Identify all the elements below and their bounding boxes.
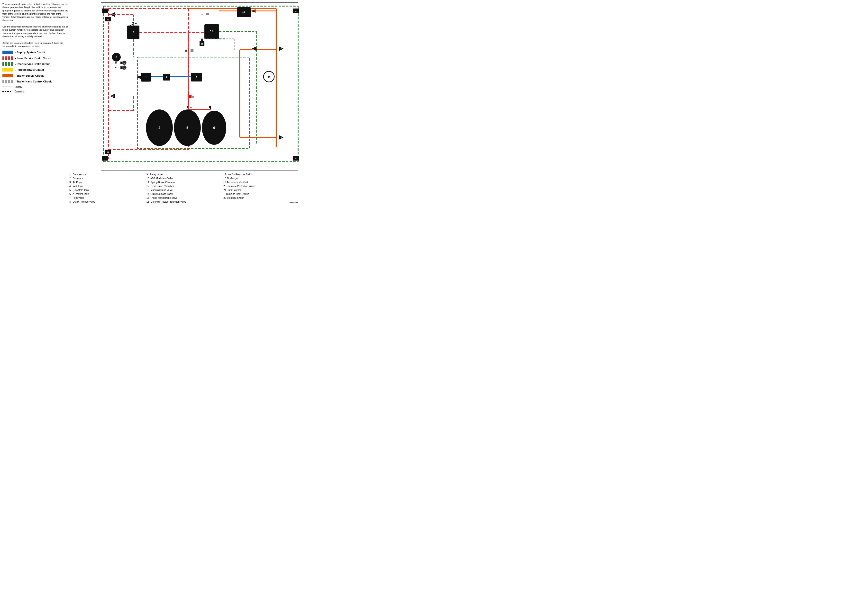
legend-color-trailer-hand [3,80,13,83]
legend-label-trailer-hand: - Trailer Hand Control Circuit [15,80,52,83]
operation-line-label: Operation [15,90,25,93]
svg-rect-79 [189,95,192,98]
svg-text:18: 18 [124,62,125,64]
part-5: 5 B System Tank [69,188,144,192]
part-14: 14 Quick Release Valve [146,192,221,196]
svg-text:11: 11 [295,158,297,159]
svg-text:15: 15 [201,43,203,45]
svg-text:19: 19 [192,96,195,98]
svg-rect-84 [190,49,193,52]
legend-color-front-brake [3,56,13,60]
svg-text:22: 22 [201,13,203,16]
svg-point-66 [201,39,203,41]
left-panel: This schematic describes the air brake s… [3,3,68,94]
part-3: 3 Air Dryer [69,181,144,184]
solid-line-icon [3,87,12,87]
legend-item-parking: - Parking Brake Circuit [3,68,68,72]
part-19: 19 Accessory Manifold [223,181,298,184]
part-7: 7 Foot Valve [69,196,144,200]
parts-col-1: 1 Compressor 2 Governor 3 Air Dryer 4 We… [69,173,146,204]
part-13: 13 Manifold Dash Valve [146,188,221,192]
svg-text:12: 12 [107,151,109,153]
part-8: 8 Quick Release Valve [69,200,144,204]
legend-color-rear-brake [3,62,13,66]
svg-text:+: + [214,143,216,147]
parts-col-3: 17 Low Air Pressure Switch 18 Air Gauge … [223,173,301,204]
svg-text:+: + [187,144,189,148]
svg-text:3: 3 [196,76,197,79]
svg-text:5: 5 [186,126,188,130]
svg-text:21: 21 [185,50,187,52]
desc-para1: This schematic describes the air brake s… [3,3,68,22]
svg-rect-83 [209,106,211,108]
part-18: 18 Air Gauge [223,177,298,181]
dashed-line-icon [3,91,12,92]
svg-text:10: 10 [280,48,282,50]
svg-text:14: 14 [252,48,254,50]
legend-color-parking [3,68,13,72]
svg-text:2: 2 [166,76,167,78]
legend-color-trailer-supply [3,74,13,77]
svg-text:10: 10 [280,137,282,138]
legend-item-supply: - Supply System Circuit [3,51,68,54]
supply-line-legend: Supply [3,85,68,88]
part-10: 10 ABS Modulator Valve [146,177,221,181]
svg-text:17: 17 [115,62,117,64]
legend-label-parking: - Parking Brake Circuit [15,68,44,71]
schematic-diagram: 1 2 3 4 5 6 + + 7 [69,1,301,171]
svg-text:18: 18 [124,68,125,69]
legend-item-trailer-supply: - Trailer Supply Circuit [3,74,68,77]
desc-para3: Colors are to current standard ( see lis… [3,41,68,48]
schematic-svg: 1 2 3 4 5 6 + + 7 [69,1,301,171]
svg-text:17: 17 [115,67,117,69]
svg-text:9: 9 [268,75,270,78]
page: This schematic describes the air brake s… [0,0,307,211]
legend: - Supply System Circuit - Front Service … [3,51,68,93]
part-20: 20 Pressure Protection Valve [223,184,298,188]
part-1: 1 Compressor [69,173,144,177]
legend-color-supply [3,51,13,54]
part-15: 15 Trailer Hand Brake Valve [146,196,221,200]
svg-text:12: 12 [107,19,109,21]
part-21: 21 Park/Daytime [223,188,298,192]
part-11: 11 Spring Brake Chamber [146,181,221,184]
part-22: 22 Stoplight Switch [223,196,298,200]
part-16: 16 Manifold Tractor Protection Valve [146,200,221,204]
svg-text:4: 4 [158,126,160,130]
svg-text:20: 20 [190,107,192,109]
legend-item-trailer-hand: - Trailer Hand Control Circuit [3,80,68,83]
svg-text:11: 11 [104,158,106,159]
part-21b: Running Light Switch [223,192,298,196]
svg-text:16: 16 [242,10,245,13]
part-17: 17 Low Air Pressure Switch [223,173,298,177]
part-4: 4 Wet Tank [69,184,144,188]
part-9: 9 Relay Valve [146,173,221,177]
legend-label-trailer-supply: - Trailer Supply Circuit [15,74,44,77]
description-text: This schematic describes the air brake s… [3,3,68,48]
version-tag: V560228 [223,201,298,204]
part-2: 2 Governor [69,177,144,181]
legend-label-front-brake: - Front Service Brake Circuit [15,57,51,60]
svg-marker-20 [136,75,141,79]
svg-text:10: 10 [112,95,114,97]
svg-text:11: 11 [295,10,297,12]
svg-rect-86 [206,13,209,15]
supply-line-label: Supply [15,85,22,88]
parts-col-2: 9 Relay Valve 10 ABS Modulator Valve 11 … [146,173,224,204]
part-6: 6 A System Tank [69,192,144,196]
svg-text:11: 11 [104,10,106,12]
svg-text:13: 13 [210,29,213,33]
svg-text:1: 1 [145,76,147,79]
parts-list: 1 Compressor 2 Governor 3 Air Dryer 4 We… [69,173,301,204]
legend-item-rear-brake: - Rear Service Brake Circuit [3,62,68,66]
legend-label-supply: - Supply System Circuit [15,51,45,54]
operation-line-legend: Operation [3,90,68,93]
svg-text:8: 8 [115,56,117,59]
legend-item-front-brake: - Front Service Brake Circuit [3,56,68,60]
svg-text:6: 6 [213,126,215,130]
part-12: 12 Front Brake Chamber [146,184,221,188]
desc-para2: Use the schematic for troubleshooting an… [3,25,68,38]
legend-label-rear-brake: - Rear Service Brake Circuit [15,62,50,65]
svg-text:7: 7 [132,30,134,34]
